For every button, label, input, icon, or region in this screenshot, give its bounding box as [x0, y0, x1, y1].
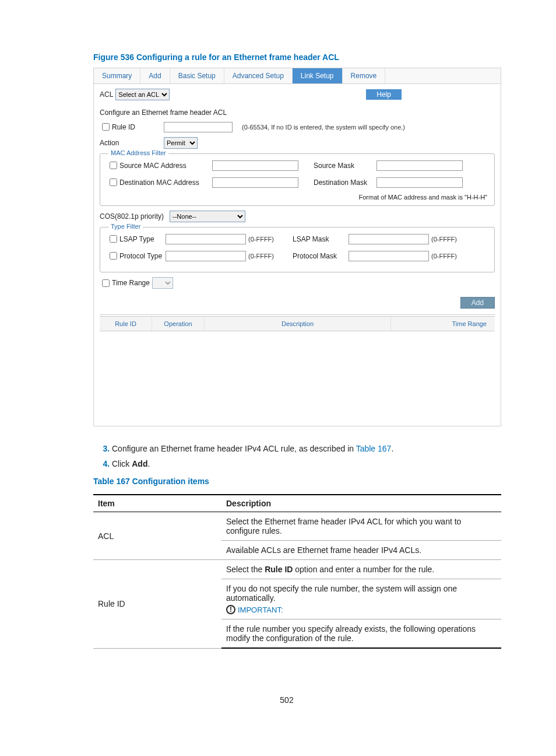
important-icon: !	[226, 605, 235, 614]
rule-id-label: Rule ID	[112, 123, 135, 131]
protocol-type-checkbox[interactable]	[110, 252, 117, 260]
page-number: 502	[93, 695, 480, 705]
rule-id-input[interactable]	[164, 122, 233, 132]
protocol-mask-input[interactable]	[349, 251, 429, 261]
cos-select[interactable]: --None--	[170, 211, 245, 222]
tab-remove[interactable]: Remove	[343, 68, 386, 83]
acl-select[interactable]: Select an ACL	[115, 89, 170, 100]
step-4: Click Add.	[112, 459, 480, 468]
protocol-mask-hint: (0-FFFF)	[429, 253, 457, 260]
cos-label: COS(802.1p priority)	[100, 212, 170, 220]
help-button[interactable]: Help	[366, 89, 402, 100]
table-link[interactable]: Table 167	[356, 444, 392, 453]
mac-filter-fieldset: MAC Address Filter Source MAC Address So…	[100, 153, 495, 206]
add-button[interactable]: Add	[460, 297, 495, 309]
action-label: Action	[100, 139, 164, 147]
protocol-type-hint: (0-FFFF)	[246, 253, 293, 260]
cell-ruleid-item: Rule ID	[93, 560, 221, 649]
important-callout: ! IMPORTANT:	[226, 605, 283, 614]
tab-add[interactable]: Add	[140, 68, 170, 83]
protocol-type-input[interactable]	[166, 251, 246, 261]
type-filter-fieldset: Type Filter LSAP Type (0-FFFF) LSAP Mask…	[100, 227, 495, 272]
mac-filter-legend: MAC Address Filter	[108, 149, 168, 156]
cell-acl-desc-a: Select the Ethernet frame header IPv4 AC…	[221, 512, 501, 541]
dest-mac-input[interactable]	[212, 177, 298, 188]
dest-mask-label: Destination Mask	[314, 178, 376, 187]
step-3: Configure an Ethernet frame header IPv4 …	[112, 444, 480, 453]
source-mac-input[interactable]	[212, 160, 298, 171]
source-mask-input[interactable]	[376, 160, 463, 171]
lsap-type-input[interactable]	[166, 234, 246, 244]
acl-label: ACL	[100, 90, 113, 99]
rule-id-hint: (0-65534, If no ID is entered, the syste…	[242, 124, 405, 131]
steps-list: Configure an Ethernet frame header IPv4 …	[93, 444, 480, 468]
source-mask-label: Source Mask	[314, 162, 376, 170]
lsap-mask-hint: (0-FFFF)	[429, 236, 457, 243]
cell-ruleid-desc-a: Select the Rule ID option and enter a nu…	[221, 560, 501, 579]
lsap-type-hint: (0-FFFF)	[246, 236, 293, 243]
col-rule-id[interactable]: Rule ID	[100, 317, 152, 331]
table-title: Table 167 Configuration items	[93, 477, 480, 486]
source-mac-checkbox[interactable]	[110, 162, 117, 169]
config-table: Item Description ACL Select the Ethernet…	[93, 494, 501, 649]
col-operation[interactable]: Operation	[152, 317, 205, 331]
time-range-checkbox[interactable]	[102, 279, 110, 287]
lsap-mask-input[interactable]	[349, 234, 429, 244]
cell-ruleid-desc-b: If you do not specify the rule number, t…	[221, 579, 501, 620]
th-description: Description	[221, 495, 501, 512]
mac-format-note: Format of MAC address and mask is "H-H-H…	[107, 194, 487, 201]
figure-title: Figure 536 Configuring a rule for an Eth…	[93, 52, 480, 62]
cell-ruleid-desc-c: If the rule number you specify already e…	[221, 620, 501, 649]
th-item: Item	[93, 495, 221, 512]
section-title: Configure an Ethernet frame header ACL	[100, 108, 495, 117]
screenshot-panel: Summary Add Basic Setup Advanced Setup L…	[93, 68, 501, 426]
lsap-mask-label: LSAP Mask	[293, 235, 349, 243]
col-description[interactable]: Description	[205, 317, 391, 331]
cell-acl-item: ACL	[93, 512, 221, 560]
protocol-type-label: Protocol Type	[119, 252, 162, 260]
action-select[interactable]: Permit	[164, 137, 198, 149]
source-mac-label: Source MAC Address	[119, 162, 186, 170]
time-range-label: Time Range	[112, 279, 150, 287]
tab-advanced-setup[interactable]: Advanced Setup	[224, 68, 293, 83]
dest-mac-label: Destination MAC Address	[119, 178, 199, 187]
tab-summary[interactable]: Summary	[94, 68, 140, 83]
tab-link-setup[interactable]: Link Setup	[293, 68, 343, 83]
col-time-range[interactable]: Time Range	[391, 317, 495, 331]
protocol-mask-label: Protocol Mask	[293, 252, 349, 260]
rule-id-checkbox[interactable]	[102, 123, 110, 131]
dest-mac-checkbox[interactable]	[110, 178, 117, 186]
tabs-bar: Summary Add Basic Setup Advanced Setup L…	[94, 68, 501, 84]
time-range-select[interactable]	[152, 277, 173, 289]
type-filter-legend: Type Filter	[108, 223, 143, 230]
rule-table: Rule ID Operation Description Time Range	[100, 316, 495, 419]
tab-basic-setup[interactable]: Basic Setup	[170, 68, 224, 83]
cell-acl-desc-b: Available ACLs are Ethernet frame header…	[221, 541, 501, 560]
lsap-type-checkbox[interactable]	[110, 235, 117, 243]
lsap-type-label: LSAP Type	[119, 235, 154, 243]
dest-mask-input[interactable]	[376, 177, 463, 188]
